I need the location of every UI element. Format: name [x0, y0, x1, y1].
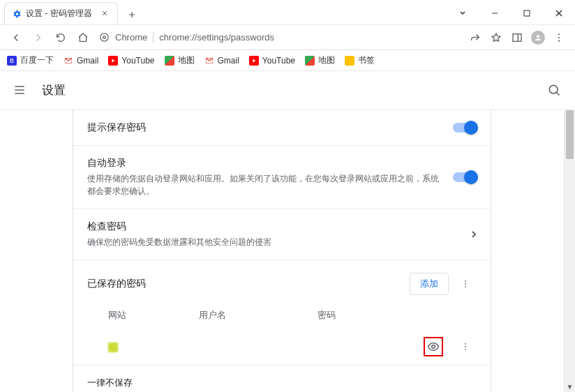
bookmark-label: Gmail [218, 56, 239, 66]
svg-point-4 [537, 35, 539, 38]
hamburger-menu-button[interactable] [13, 83, 28, 98]
bookmark-maps-2[interactable]: 地图 [305, 54, 335, 66]
svg-point-9 [465, 280, 466, 282]
bookmark-youtube-2[interactable]: YouTube [249, 56, 295, 66]
bookmark-gmail-2[interactable]: Gmail [204, 56, 239, 66]
svg-point-15 [465, 349, 466, 350]
chrome-icon [99, 32, 110, 43]
never-save-section[interactable]: 一律不保存 [73, 365, 491, 392]
minimize-button[interactable] [479, 2, 511, 24]
settings-header: 设置 [0, 71, 575, 110]
search-button[interactable] [547, 83, 562, 98]
bookmark-label: 百度一下 [20, 54, 54, 66]
show-password-button[interactable] [424, 337, 443, 356]
bookmark-star-button[interactable] [487, 29, 505, 47]
row-more-button[interactable] [454, 336, 477, 358]
svg-point-2 [103, 36, 106, 39]
bookmark-label: 地图 [178, 54, 195, 66]
add-password-button[interactable]: 添加 [410, 273, 449, 295]
scrollbar[interactable]: ▲ ▼ [564, 110, 575, 392]
chevron-right-icon [471, 230, 477, 239]
baidu-icon: B [7, 56, 17, 66]
row-site [87, 341, 199, 352]
browser-titlebar: 设置 - 密码管理器 [0, 0, 575, 25]
scroll-down-icon[interactable]: ▼ [565, 381, 575, 392]
separator [153, 32, 154, 43]
check-passwords-desc: 确保您的密码免受数据泄露和其他安全问题的侵害 [87, 236, 463, 248]
bookmark-gmail[interactable]: Gmail [64, 56, 98, 66]
bookmarks-bar: B百度一下 Gmail YouTube 地图 Gmail YouTube 地图 … [0, 50, 575, 71]
auto-signin-desc: 使用存储的凭据自动登录网站和应用。如果关闭了该功能，在您每次登录网站或应用之前，… [87, 172, 445, 197]
svg-point-12 [432, 345, 435, 349]
svg-point-11 [465, 286, 466, 287]
svg-point-10 [465, 283, 466, 285]
site-favicon [108, 342, 118, 352]
offer-save-toggle[interactable] [453, 123, 477, 133]
bookmark-label: Gmail [77, 56, 98, 66]
svg-point-6 [558, 36, 560, 38]
svg-point-8 [549, 85, 558, 93]
reload-button[interactable] [52, 29, 70, 47]
window-controls [447, 2, 575, 24]
browser-toolbar: Chrome chrome://settings/passwords [0, 25, 575, 50]
auto-signin-section[interactable]: 自动登录 使用存储的凭据自动登录网站和应用。如果关闭了该功能，在您每次登录网站或… [73, 146, 491, 209]
folder-icon [345, 56, 354, 66]
bookmark-label: 书签 [358, 54, 375, 66]
address-bar[interactable]: Chrome chrome://settings/passwords [99, 32, 274, 43]
profile-button[interactable] [529, 29, 547, 47]
column-user: 用户名 [199, 309, 318, 322]
gmail-icon [204, 56, 214, 66]
browser-tab[interactable]: 设置 - 密码管理器 [4, 2, 118, 24]
new-tab-button[interactable] [122, 5, 142, 24]
bookmark-label: YouTube [262, 56, 295, 66]
saved-passwords-label: 已保存的密码 [87, 278, 410, 290]
auto-signin-title: 自动登录 [87, 157, 445, 169]
check-passwords-title: 检查密码 [87, 220, 463, 233]
tab-title: 设置 - 密码管理器 [26, 8, 92, 20]
maps-icon [305, 56, 315, 66]
column-site: 网站 [87, 309, 199, 322]
url-text: chrome://settings/passwords [159, 32, 274, 43]
password-row[interactable] [73, 329, 491, 365]
bookmark-youtube[interactable]: YouTube [108, 56, 154, 66]
bookmark-label: YouTube [121, 56, 154, 66]
scrollbar-thumb[interactable] [566, 110, 574, 159]
forward-button[interactable] [29, 29, 47, 47]
bookmark-folder[interactable]: 书签 [345, 54, 375, 66]
passwords-table-header: 网站 用户名 密码 [73, 302, 491, 329]
close-icon[interactable] [100, 9, 110, 19]
bookmark-label: 地图 [318, 54, 335, 66]
maximize-button[interactable] [511, 2, 543, 24]
gear-icon [12, 9, 22, 19]
saved-passwords-header: 已保存的密码 添加 [73, 260, 491, 302]
auto-signin-toggle[interactable] [453, 172, 477, 182]
caret-down-button[interactable] [447, 2, 479, 24]
offer-save-title: 提示保存密码 [87, 121, 445, 134]
more-actions-button[interactable] [454, 273, 477, 295]
svg-rect-0 [524, 10, 530, 16]
passwords-card: 提示保存密码 自动登录 使用存储的凭据自动登录网站和应用。如果关闭了该功能，在您… [73, 110, 491, 392]
close-button[interactable] [543, 2, 575, 24]
bookmark-baidu[interactable]: B百度一下 [7, 54, 54, 66]
gmail-icon [64, 56, 73, 66]
svg-point-7 [558, 40, 560, 41]
youtube-icon [108, 56, 118, 66]
column-pass: 密码 [318, 309, 401, 322]
home-button[interactable] [74, 29, 92, 47]
back-button[interactable] [7, 29, 25, 47]
url-origin: Chrome [115, 32, 147, 43]
share-button[interactable] [466, 29, 484, 47]
bookmark-maps[interactable]: 地图 [165, 54, 195, 66]
youtube-icon [249, 56, 259, 66]
svg-rect-3 [513, 33, 521, 41]
svg-point-1 [100, 33, 108, 41]
offer-save-section[interactable]: 提示保存密码 [73, 110, 491, 146]
settings-content: 提示保存密码 自动登录 使用存储的凭据自动登录网站和应用。如果关闭了该功能，在您… [0, 110, 564, 392]
svg-point-14 [465, 346, 466, 347]
avatar-icon [531, 31, 545, 45]
menu-button[interactable] [550, 29, 568, 47]
check-passwords-section[interactable]: 检查密码 确保您的密码免受数据泄露和其他安全问题的侵害 [73, 209, 491, 260]
never-save-title: 一律不保存 [87, 377, 133, 388]
maps-icon [165, 56, 174, 66]
side-panel-button[interactable] [508, 29, 526, 47]
